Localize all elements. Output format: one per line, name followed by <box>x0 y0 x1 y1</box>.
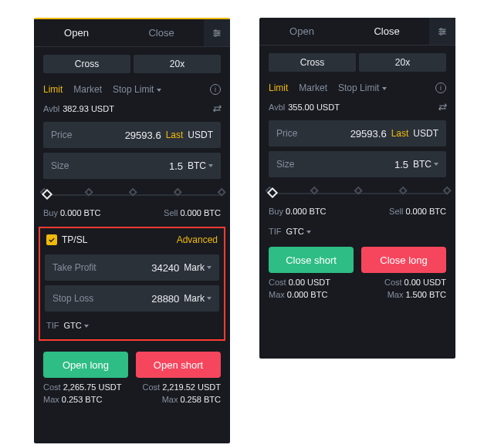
size-label: Size <box>51 160 69 171</box>
short-max: Max0.258 BTC <box>136 395 221 404</box>
ordertype-limit[interactable]: Limit <box>269 83 288 93</box>
ordertype-limit[interactable]: Limit <box>43 84 63 95</box>
price-value: 29593.6 <box>350 128 387 140</box>
short-cost: Cost0.00 USDT <box>269 278 354 287</box>
last-price-button[interactable]: Last <box>391 128 409 139</box>
long-max: Max1.500 BTC <box>361 290 446 299</box>
tpsl-label: TP/SL <box>62 234 87 245</box>
chevron-down-icon <box>306 231 311 234</box>
sl-label: Stop Loss <box>52 293 93 304</box>
chevron-down-icon <box>84 325 89 328</box>
size-slider[interactable] <box>269 188 446 199</box>
tpsl-advanced-link[interactable]: Advanced <box>177 234 218 245</box>
chevron-down-icon <box>157 89 161 92</box>
chevron-down-icon <box>434 163 438 166</box>
ordertype-stoplimit[interactable]: Stop Limit <box>338 83 387 93</box>
price-label: Price <box>51 130 72 140</box>
buy-max: Buy0.000 BTC <box>43 208 101 217</box>
price-unit: USDT <box>413 128 438 139</box>
open-close-tabs: Open Close <box>34 19 230 47</box>
svg-point-9 <box>440 28 442 29</box>
close-short-button[interactable]: Close short <box>269 247 354 273</box>
tab-close[interactable]: Close <box>344 18 429 45</box>
settings-icon[interactable] <box>204 19 230 46</box>
price-unit: USDT <box>188 130 213 140</box>
size-field[interactable]: Size 1.5 BTC <box>43 153 221 179</box>
chevron-down-icon <box>207 266 212 269</box>
svg-point-4 <box>218 32 219 33</box>
tp-trigger-select[interactable]: Mark <box>184 262 212 273</box>
sl-value: 28880 <box>151 293 179 305</box>
tpsl-section: TP/SL Advanced Take Profit 34240 Mark St… <box>39 227 225 341</box>
info-icon[interactable]: i <box>210 84 221 95</box>
margin-mode-button[interactable]: Cross <box>43 55 130 73</box>
take-profit-field[interactable]: Take Profit 34240 Mark <box>45 254 219 281</box>
leverage-button[interactable]: 20x <box>359 53 446 72</box>
stop-loss-field[interactable]: Stop Loss 28880 Mark <box>45 285 219 312</box>
avbl-value: 382.93 USDT <box>63 104 114 113</box>
chevron-down-icon <box>382 87 387 90</box>
size-field[interactable]: Size 1.5 BTC <box>269 151 446 177</box>
tp-label: Take Profit <box>52 262 96 273</box>
svg-point-3 <box>215 29 216 31</box>
tif-select[interactable]: GTC <box>286 227 311 236</box>
margin-mode-button[interactable]: Cross <box>269 53 356 72</box>
tab-open[interactable]: Open <box>259 18 344 45</box>
price-field[interactable]: Price 29593.6 Last USDT <box>43 122 221 148</box>
avbl-value: 355.00 USDT <box>288 103 340 112</box>
ordertype-market[interactable]: Market <box>73 84 102 95</box>
svg-point-11 <box>440 32 442 34</box>
price-value: 29593.6 <box>125 130 161 141</box>
size-slider[interactable] <box>43 190 221 200</box>
tif-select[interactable]: GTC <box>64 321 89 330</box>
size-value: 1.5 <box>169 160 183 172</box>
sell-max: Sell0.000 BTC <box>164 208 221 217</box>
short-cost: Cost2,219.52 USDT <box>136 382 221 392</box>
close-long-button[interactable]: Close long <box>361 247 446 273</box>
svg-point-5 <box>215 34 216 35</box>
tif-label: TIF <box>46 321 59 330</box>
chevron-down-icon <box>207 297 212 300</box>
avbl-label: Avbl <box>43 104 59 113</box>
order-panel-open: Open Close Cross 20x Limit Market Stop L… <box>34 18 230 443</box>
leverage-button[interactable]: 20x <box>134 55 221 73</box>
last-price-button[interactable]: Last <box>166 130 184 140</box>
info-icon[interactable]: i <box>435 83 446 93</box>
long-max: Max0.253 BTC <box>43 395 128 404</box>
svg-point-10 <box>443 30 445 32</box>
size-unit-select[interactable]: BTC <box>413 159 438 170</box>
long-cost: Cost0.00 USDT <box>361 278 446 287</box>
short-max: Max0.000 BTC <box>269 290 354 299</box>
transfer-icon[interactable]: ⇄ <box>212 103 221 114</box>
sl-trigger-select[interactable]: Mark <box>184 293 212 304</box>
settings-icon[interactable] <box>429 18 455 45</box>
open-short-button[interactable]: Open short <box>136 352 221 378</box>
transfer-icon[interactable]: ⇄ <box>438 101 446 113</box>
size-unit-select[interactable]: BTC <box>188 160 213 171</box>
order-panel-close: Open Close Cross 20x Limit Market Stop L… <box>259 18 455 359</box>
price-field[interactable]: Price 29593.6 Last USDT <box>269 120 446 147</box>
price-label: Price <box>276 128 297 139</box>
sell-max: Sell0.000 BTC <box>389 207 446 216</box>
buy-max: Buy0.000 BTC <box>269 207 327 216</box>
size-label: Size <box>276 159 294 170</box>
tpsl-checkbox[interactable] <box>46 234 57 245</box>
avbl-label: Avbl <box>269 103 285 112</box>
chevron-down-icon <box>208 164 213 167</box>
open-long-button[interactable]: Open long <box>43 352 128 378</box>
tab-open[interactable]: Open <box>34 19 119 47</box>
tp-value: 34240 <box>151 262 179 274</box>
ordertype-stoplimit[interactable]: Stop Limit <box>113 84 161 95</box>
tab-close[interactable]: Close <box>119 19 204 47</box>
size-value: 1.5 <box>394 159 408 170</box>
tif-label: TIF <box>269 227 282 236</box>
open-close-tabs: Open Close <box>259 18 455 45</box>
ordertype-market[interactable]: Market <box>299 83 327 93</box>
long-cost: Cost2,265.75 USDT <box>43 382 128 392</box>
